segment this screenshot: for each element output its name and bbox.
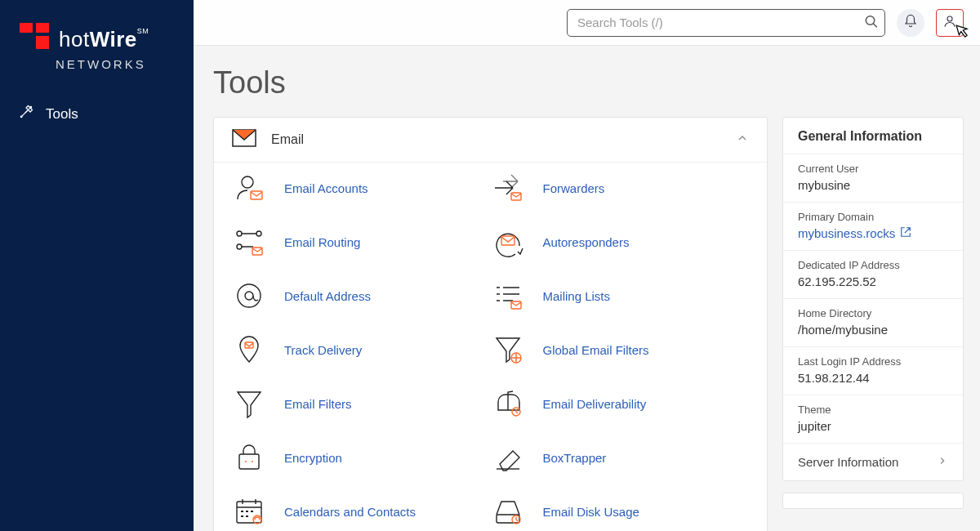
panel-title: Email [271,132,304,147]
brand-subtitle: NETWORKS [56,57,176,71]
brand-logo: hotWireSM NETWORKS [0,15,194,96]
sidebar: hotWireSM NETWORKS Tools [0,0,194,531]
calendar-icon [232,494,266,529]
tool-label: Calendars and Contacts [284,505,416,519]
tool-forwarders[interactable]: Forwarders [491,171,750,205]
tool-label: Email Accounts [284,181,368,195]
tool-global-email-filters[interactable]: Global Email Filters [491,332,750,367]
tool-track-delivery[interactable]: Track Delivery [232,332,491,367]
tool-label: Email Deliverability [543,397,647,411]
svg-point-24 [252,461,253,462]
info-value: /home/mybusine [798,323,948,337]
cursor-pointer-icon [950,23,971,47]
svg-point-16 [238,284,261,307]
tool-encryption[interactable]: Encryption [232,440,491,475]
info-row-home-directory: Home Directory /home/mybusine [783,298,963,346]
info-panel-title: General Information [783,118,963,154]
search-input[interactable] [567,9,885,37]
info-row-last-login-ip: Last Login IP Address 51.98.212.44 [783,346,963,395]
email-panel-header[interactable]: Email [214,118,767,163]
svg-point-8 [242,176,253,188]
info-label: Current User [798,163,948,175]
tool-label: Email Filters [284,397,352,411]
topbar [194,0,980,46]
info-value: 51.98.212.44 [798,371,948,385]
svg-point-13 [237,244,242,249]
funnel-icon [232,386,266,421]
svg-rect-19 [245,342,253,348]
search-button[interactable] [864,14,879,31]
tool-label: Global Email Filters [543,343,649,357]
info-label: Last Login IP Address [798,355,948,368]
sidebar-item-label: Tools [46,106,78,123]
tool-boxtrapper[interactable]: BoxTrapper [491,440,750,475]
server-information-link[interactable]: Server Information [783,443,963,480]
tool-email-routing[interactable]: Email Routing [232,225,491,259]
tool-email-accounts[interactable]: Email Accounts [232,171,491,205]
brand-name: hotWireSM [59,27,149,52]
tool-label: Email Disk Usage [543,505,639,519]
tools-column: Email Email Accounts [213,117,768,531]
tool-label: Mailing Lists [543,289,611,303]
info-label: Dedicated IP Address [798,259,948,271]
secondary-panel [782,493,964,509]
svg-rect-9 [251,191,262,199]
tool-label: Forwarders [543,181,605,195]
email-icon [232,129,256,150]
svg-point-5 [866,16,875,25]
tool-label: Autoresponders [543,235,630,249]
page-title: Tools [213,65,980,100]
info-row-dedicated-ip: Dedicated IP Address 62.195.225.52 [783,250,963,298]
primary-domain-link[interactable]: mybusiness.rocks [798,226,948,240]
svg-point-12 [256,231,261,236]
sidebar-item-tools[interactable]: Tools [0,96,194,132]
tool-label: BoxTrapper [543,451,607,465]
info-value: mybusine [798,178,948,192]
tool-calendars-contacts[interactable]: Calendars and Contacts [232,494,491,529]
funnel-globe-icon [491,332,525,367]
mailbox-icon [491,386,525,421]
tool-autoresponders[interactable]: Autoresponders [491,225,750,259]
tools-icon [18,104,34,124]
tool-email-deliverability[interactable]: Email Deliverability [491,386,750,421]
info-value: 62.195.225.52 [798,274,948,288]
info-column: General Information Current User mybusin… [782,117,964,531]
notifications-button[interactable] [897,9,924,37]
tool-label: Track Delivery [284,343,362,357]
tool-label: Encryption [284,451,342,465]
tool-email-disk-usage[interactable]: Email Disk Usage [491,494,750,529]
tool-email-filters[interactable]: Email Filters [232,386,491,421]
svg-rect-25 [237,502,261,523]
user-menu-button[interactable] [936,9,964,37]
search-icon [864,19,879,31]
external-link-icon [900,226,911,240]
tool-label: Email Routing [284,235,360,249]
svg-rect-22 [239,454,259,469]
tool-default-address[interactable]: Default Address [232,279,491,313]
bell-icon [903,14,918,32]
info-row-theme: Theme jupiter [783,395,963,443]
routing-icon [232,225,266,259]
tool-grid: Email Accounts Forwarders Email Routing [214,163,767,531]
reply-mail-icon [491,225,525,259]
svg-rect-15 [501,236,514,245]
svg-point-23 [245,461,247,462]
chevron-up-icon [736,132,749,148]
email-panel: Email Email Accounts [213,117,768,531]
tool-label: Default Address [284,289,371,303]
svg-point-11 [237,231,242,236]
svg-point-17 [245,292,253,300]
tool-mailing-lists[interactable]: Mailing Lists [491,279,750,313]
general-info-panel: General Information Current User mybusin… [782,117,964,481]
info-label: Primary Domain [798,211,948,223]
at-sign-icon [232,279,266,313]
person-mail-icon [232,171,266,205]
svg-point-6 [947,16,952,21]
lock-icon [232,440,266,475]
list-mail-icon [491,279,525,313]
chevron-right-icon [937,455,948,469]
svg-rect-2 [36,36,49,49]
info-row-current-user: Current User mybusine [783,154,963,202]
info-row-primary-domain: Primary Domain mybusiness.rocks [783,202,963,250]
info-label: Home Directory [798,307,948,319]
